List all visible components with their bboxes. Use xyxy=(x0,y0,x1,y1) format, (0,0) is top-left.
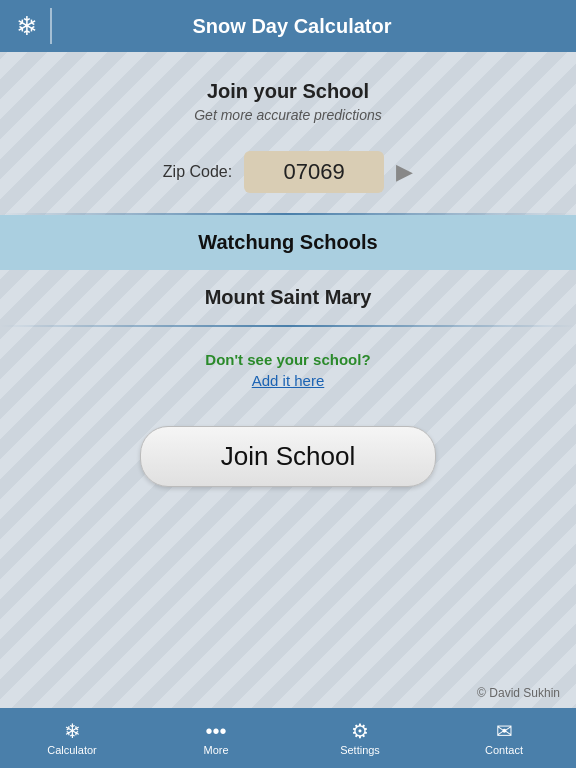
zip-input[interactable] xyxy=(244,151,384,193)
join-subtitle: Get more accurate predictions xyxy=(194,107,382,123)
header-snowflake-icon: ❄ xyxy=(16,11,38,42)
join-header-section: Join your School Get more accurate predi… xyxy=(178,52,398,143)
nav-item-calculator[interactable]: ❄ Calculator xyxy=(0,708,144,768)
calculator-snowflake-icon: ❄ xyxy=(64,721,81,741)
no-school-section: Don't see your school? Add it here xyxy=(189,327,386,410)
bottom-navigation: ❄ Calculator ••• More ⚙ Settings ✉ Conta… xyxy=(0,708,576,768)
no-school-question: Don't see your school? xyxy=(205,351,370,368)
nav-label-contact: Contact xyxy=(485,744,523,756)
contact-envelope-icon: ✉ xyxy=(496,721,513,741)
nav-item-more[interactable]: ••• More xyxy=(144,708,288,768)
nav-label-calculator: Calculator xyxy=(47,744,97,756)
nav-label-more: More xyxy=(203,744,228,756)
more-dots-icon: ••• xyxy=(205,721,226,741)
zip-label: Zip Code: xyxy=(163,163,232,181)
nav-item-settings[interactable]: ⚙ Settings xyxy=(288,708,432,768)
copyright-text: © David Sukhin xyxy=(477,686,560,700)
nav-item-contact[interactable]: ✉ Contact xyxy=(432,708,576,768)
main-content: Join your School Get more accurate predi… xyxy=(0,52,576,708)
school-list: Watchung Schools Mount Saint Mary xyxy=(0,215,576,325)
settings-gear-icon: ⚙ xyxy=(351,721,369,741)
zip-row: Zip Code: ▶ xyxy=(0,143,576,213)
app-header: ❄ Snow Day Calculator xyxy=(0,0,576,52)
location-icon[interactable]: ▶ xyxy=(396,159,413,185)
nav-label-settings: Settings xyxy=(340,744,380,756)
app-title: Snow Day Calculator xyxy=(64,15,520,38)
join-school-button[interactable]: Join School xyxy=(140,426,436,487)
header-divider xyxy=(50,8,52,44)
join-button-container: Join School xyxy=(124,410,452,503)
school-item-mount-saint-mary[interactable]: Mount Saint Mary xyxy=(0,270,576,325)
join-title: Join your School xyxy=(194,80,382,103)
school-item-watchung[interactable]: Watchung Schools xyxy=(0,215,576,270)
add-school-link[interactable]: Add it here xyxy=(252,372,325,389)
